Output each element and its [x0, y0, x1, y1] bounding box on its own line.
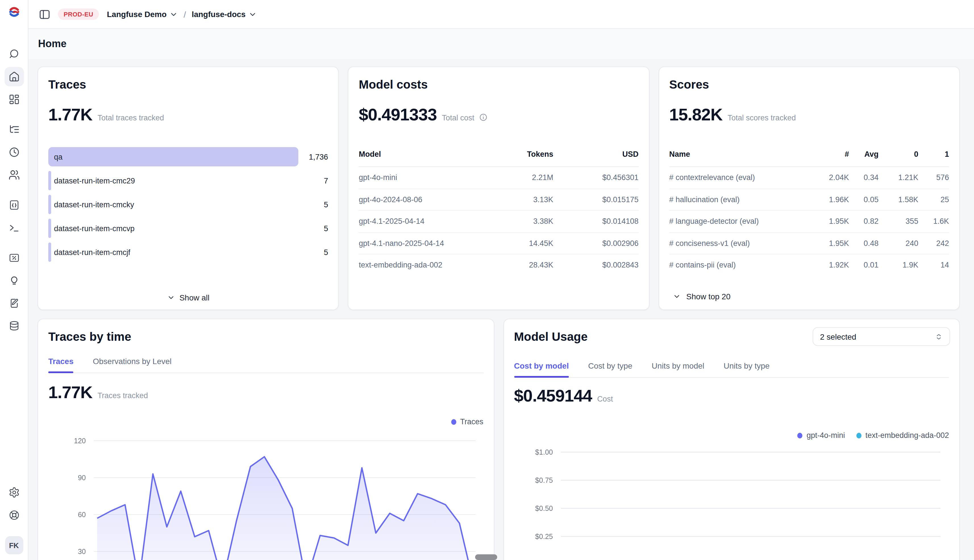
card-title: Traces by time	[48, 329, 483, 344]
chevron-down-icon	[673, 292, 680, 300]
langfuse-logo-icon[interactable]	[6, 5, 22, 19]
table-cell: 14.45K	[501, 239, 553, 248]
chart-legend: Traces	[48, 417, 483, 426]
trace-bar-row[interactable]: dataset-run-item-cmcjf5	[48, 243, 328, 262]
svg-text:$1.00: $1.00	[535, 448, 553, 456]
table-row: gpt-4.1-2025-04-143.38K$0.014108	[359, 211, 639, 233]
table-cell: 1.58K	[879, 195, 918, 204]
usage-cost: $0.459144	[514, 386, 592, 406]
table-cell: $0.002843	[553, 261, 638, 270]
trace-bar-row[interactable]: dataset-run-item-cmcky5	[48, 195, 328, 214]
sidebar-toggle-button[interactable]	[36, 6, 53, 23]
table-cell: # language-detector (eval)	[669, 217, 815, 226]
table-cell: 25	[918, 195, 949, 204]
table-cell: 28.43K	[501, 261, 553, 270]
bar	[48, 219, 51, 238]
table-cell: # contextrelevance (eval)	[669, 173, 815, 182]
sidebar-item-annotation[interactable]	[4, 293, 23, 313]
info-icon[interactable]	[479, 113, 487, 124]
sidebar-item-prompts[interactable]	[4, 195, 23, 215]
environment-badge: PROD-EU	[58, 8, 99, 20]
sidebar-item-sessions[interactable]	[4, 143, 23, 162]
table-row: # hallucination (eval)1.96K0.051.58K25	[669, 189, 949, 211]
show-all-button[interactable]: Show all	[38, 292, 338, 303]
table-cell: 2.21M	[501, 173, 553, 182]
users-icon	[8, 169, 20, 181]
table-cell: 0.05	[849, 195, 879, 204]
table-header: Name # Avg 0 1	[669, 150, 949, 167]
sidebar-item-home[interactable]	[4, 67, 23, 86]
sidebar-item-evaluators[interactable]	[4, 248, 23, 268]
card-title: Traces	[48, 77, 328, 92]
trace-bar-row[interactable]: qa1,736	[48, 147, 328, 167]
tab-cost-by-type[interactable]: Cost by type	[588, 361, 633, 377]
table-cell: 0.01	[849, 261, 879, 270]
sidebar-item-tracing[interactable]	[4, 120, 23, 139]
table-cell: 1.9K	[879, 261, 918, 270]
tab-units-by-type[interactable]: Units by type	[724, 361, 770, 377]
sidebar-item-insights[interactable]	[4, 271, 23, 290]
tab-cost-by-model[interactable]: Cost by model	[514, 361, 569, 377]
legend-dot	[856, 432, 862, 438]
tab-observations-by-level[interactable]: Observations by Level	[93, 357, 172, 373]
traces-card: Traces 1.77K Total traces tracked qa1,73…	[37, 67, 339, 310]
trace-bar-row[interactable]: dataset-run-item-cmc297	[48, 171, 328, 190]
org-switcher[interactable]: Langfuse Demo	[107, 10, 178, 19]
home-icon	[8, 71, 20, 82]
panel-left-icon	[38, 8, 50, 20]
page-title: Home	[38, 38, 67, 50]
svg-text:120: 120	[74, 437, 86, 445]
main-area: PROD-EU Langfuse Demo / langfuse-docs Ho…	[28, 0, 974, 560]
prompts-icon	[8, 199, 20, 211]
table-row: # conciseness-v1 (eval)1.95K0.48240242	[669, 233, 949, 255]
sidebar-item-playground[interactable]	[4, 218, 23, 237]
trace-bar-row[interactable]: dataset-run-item-cmcvp5	[48, 219, 328, 238]
table-cell: 0.82	[849, 217, 879, 226]
scores-total: 15.82K	[669, 105, 723, 125]
traces-total: 1.77K	[48, 105, 92, 125]
bar-label: dataset-run-item-cmcky	[54, 195, 134, 214]
table-cell: # conciseness-v1 (eval)	[669, 239, 815, 248]
bar-value: 5	[324, 219, 328, 238]
sidebar-item-search[interactable]	[4, 44, 23, 63]
table-cell: 1.6K	[918, 217, 949, 226]
table-cell: 0.34	[849, 173, 879, 182]
table-row: gpt-4o-mini2.21M$0.456301	[359, 167, 639, 189]
table-cell: 3.13K	[501, 195, 553, 204]
dashboards-icon	[8, 94, 20, 105]
gear-icon	[8, 487, 20, 498]
card-title: Model costs	[359, 77, 639, 92]
sidebar-item-dashboards[interactable]	[4, 90, 23, 109]
tab-traces[interactable]: Traces	[48, 357, 74, 373]
traces-by-time-tabs: TracesObservations by Level	[48, 357, 483, 373]
bar-value: 1,736	[309, 147, 328, 167]
sidebar-item-datasets[interactable]	[4, 317, 23, 336]
settings-button[interactable]	[4, 483, 23, 502]
table-row: gpt-4.1-nano-2025-04-1414.45K$0.002906	[359, 233, 639, 255]
scores-total-label: Total scores tracked	[728, 113, 796, 122]
project-switcher[interactable]: langfuse-docs	[192, 10, 257, 19]
traces-by-time-card: Traces by time TracesObservations by Lev…	[37, 318, 494, 560]
model-usage-tabs: Cost by modelCost by typeUnits by modelU…	[514, 361, 949, 378]
horizontal-scrollbar-thumb[interactable]	[475, 554, 497, 560]
table-cell: text-embedding-ada-002	[359, 261, 501, 270]
show-top-20-button[interactable]: Show top 20	[669, 292, 734, 302]
bar-label: dataset-run-item-cmcvp	[54, 219, 135, 238]
table-row: text-embedding-ada-00228.43K$0.002843	[359, 255, 639, 276]
table-cell: 14	[918, 261, 949, 270]
user-avatar[interactable]: FK	[5, 536, 23, 554]
page-header: Home	[28, 29, 974, 60]
table-cell: gpt-4.1-nano-2025-04-14	[359, 239, 501, 248]
sidebar-item-users[interactable]	[4, 165, 23, 185]
support-button[interactable]	[4, 505, 23, 525]
legend-dot	[797, 432, 803, 438]
clock-icon	[8, 147, 20, 158]
table-cell: $0.014108	[553, 217, 638, 226]
tab-units-by-model[interactable]: Units by model	[652, 361, 704, 377]
model-select[interactable]: 2 selected	[813, 327, 950, 346]
breadcrumb-separator: /	[184, 9, 186, 19]
legend-item: gpt-4o-mini	[797, 431, 845, 440]
table-cell: 1.92K	[815, 261, 849, 270]
table-cell: 576	[918, 173, 949, 182]
traces-bar-list: qa1,736dataset-run-item-cmc297dataset-ru…	[48, 147, 328, 262]
